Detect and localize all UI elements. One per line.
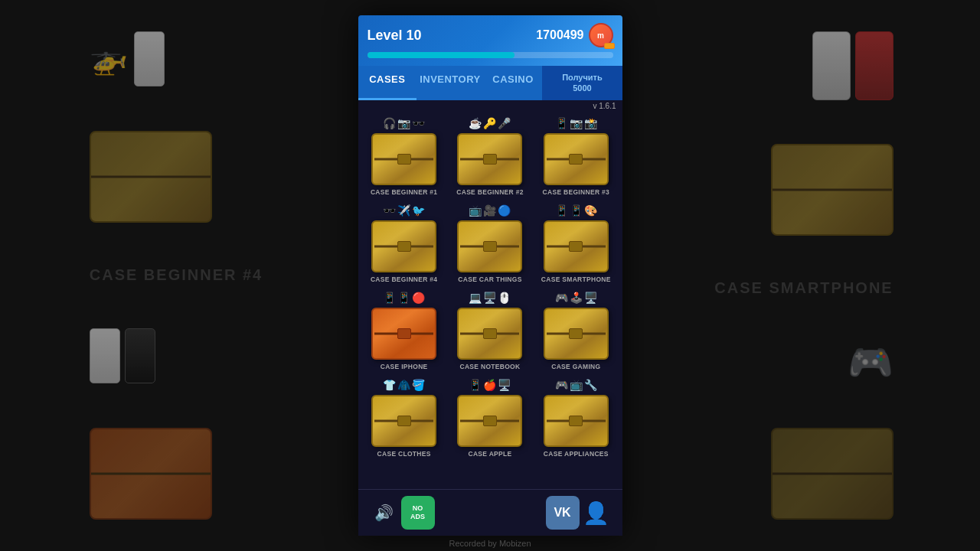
cases-row-1: 🎧 📷 🕶️ CASE BEGINNER #1 ☕ 🔑 🎤 CASE BEGIN… xyxy=(361,115,619,196)
case-beginner4-preview: 🕶️ ✈️ 🐦 xyxy=(366,202,443,219)
case-apple-preview: 📱 🍎 🖥️ xyxy=(452,377,528,393)
case-car[interactable]: 📺 🎥 🔵 CASE CAR THINGS xyxy=(452,202,528,283)
case-beginner4[interactable]: 🕶️ ✈️ 🐦 CASE BEGINNER #4 xyxy=(366,202,443,283)
case-clothes[interactable]: 👕 🧥 🪣 CASE CLOTHES xyxy=(366,377,443,458)
case-appliances-preview: 🎮 📺 🔧 xyxy=(537,377,614,393)
case-notebook-preview: 💻 🖥️ 🖱️ xyxy=(452,289,528,306)
case-appliances[interactable]: 🎮 📺 🔧 CASE APPLIANCES xyxy=(537,377,614,458)
tab-casino[interactable]: CASINO xyxy=(484,66,543,100)
tab-cases[interactable]: CASES xyxy=(358,66,417,100)
phone-bg-right-2 xyxy=(855,31,893,100)
case-beginner3[interactable]: 📱 📷 📸 CASE BEGINNER #3 xyxy=(537,115,614,196)
case-gaming[interactable]: 🎮 🕹️ 🖥️ CASE GAMING xyxy=(537,289,614,370)
drone-icon: 🚁 xyxy=(90,41,128,77)
coin-stack xyxy=(604,43,615,49)
bg-case-left-1 xyxy=(90,131,212,223)
controller-icon: 🎮 xyxy=(848,341,893,384)
case-smartphone-box xyxy=(544,220,609,272)
case-clothes-box xyxy=(371,395,436,447)
case-apple[interactable]: 📱 🍎 🖥️ CASE APPLE xyxy=(452,377,528,458)
bg-label-left: CASE BEGINNER #4 xyxy=(90,266,263,284)
xp-progress-bar xyxy=(368,52,613,58)
case-beginner3-label: CASE BEGINNER #3 xyxy=(543,188,609,196)
cases-grid: 🎧 📷 🕶️ CASE BEGINNER #1 ☕ 🔑 🎤 CASE BEGIN… xyxy=(358,112,622,489)
recorded-text: Recorded by Mobizen xyxy=(449,539,531,548)
phone-bg-2 xyxy=(90,328,120,383)
tab-bar: CASES INVENTORY CASINO Получить5000 xyxy=(358,66,622,100)
case-beginner1-label: CASE BEGINNER #1 xyxy=(371,188,437,196)
case-beginner2-preview: ☕ 🔑 🎤 xyxy=(452,115,528,132)
case-notebook[interactable]: 💻 🖥️ 🖱️ CASE NOTEBOOK xyxy=(452,289,528,370)
case-beginner4-label: CASE BEGINNER #4 xyxy=(371,276,437,283)
case-gaming-label: CASE GAMING xyxy=(551,363,600,370)
case-notebook-box xyxy=(457,308,522,360)
coins-area: 1700499 m xyxy=(536,23,612,47)
case-appliances-label: CASE APPLIANCES xyxy=(544,450,609,458)
case-car-preview: 📺 🎥 🔵 xyxy=(452,202,528,219)
case-notebook-label: CASE NOTEBOOK xyxy=(459,363,520,370)
case-smartphone[interactable]: 📱 📱 🎨 CASE SMARTPHONE xyxy=(537,202,614,283)
background-right: CASE SMARTPHONE 🎮 xyxy=(628,0,980,551)
bg-case-right-2 xyxy=(771,428,893,520)
case-car-label: CASE CAR THINGS xyxy=(458,276,521,283)
cases-row-2: 🕶️ ✈️ 🐦 CASE BEGINNER #4 📺 🎥 🔵 CASE CAR … xyxy=(361,202,619,283)
bg-label-right: CASE SMARTPHONE xyxy=(714,279,893,297)
cases-row-3: 📱 📱 🔴 CASE IPHONE 💻 🖥️ 🖱️ CASE NOTEBOOK xyxy=(361,289,619,370)
case-smartphone-label: CASE SMARTPHONE xyxy=(541,276,611,283)
case-apple-box xyxy=(457,395,522,447)
case-beginner1-box xyxy=(371,133,436,185)
vk-label: VK xyxy=(554,506,570,520)
case-iphone-label: CASE IPHONE xyxy=(381,363,428,370)
profile-button[interactable]: 👤 xyxy=(580,496,613,530)
cases-row-4: 👕 🧥 🪣 CASE CLOTHES 📱 🍎 🖥️ CASE APPLE xyxy=(361,377,619,458)
case-gaming-box xyxy=(544,308,609,360)
sound-icon: 🔊 xyxy=(374,504,394,522)
case-clothes-label: CASE CLOTHES xyxy=(377,450,431,458)
case-smartphone-preview: 📱 📱 🎨 xyxy=(537,202,614,219)
no-ads-label: NOADS xyxy=(410,504,425,521)
no-ads-button[interactable]: NOADS xyxy=(401,496,435,530)
app-container: Level 10 1700499 m CASES INVENTORY CASIN… xyxy=(358,15,622,536)
bottom-bar: 🔊 NOADS VK 👤 xyxy=(358,489,622,536)
case-beginner1-preview: 🎧 📷 🕶️ xyxy=(366,115,443,132)
case-iphone[interactable]: 📱 📱 🔴 CASE IPHONE xyxy=(366,289,443,370)
case-beginner3-preview: 📱 📷 📸 xyxy=(537,115,614,132)
case-appliances-box xyxy=(544,395,609,447)
level-display: Level 10 xyxy=(368,28,422,44)
case-apple-label: CASE APPLE xyxy=(468,450,511,458)
case-beginner3-box xyxy=(544,133,609,185)
case-beginner2[interactable]: ☕ 🔑 🎤 CASE BEGINNER #2 xyxy=(452,115,528,196)
profile-icon: 👤 xyxy=(583,500,609,526)
tab-inventory[interactable]: INVENTORY xyxy=(416,66,484,100)
tab-bonus[interactable]: Получить5000 xyxy=(542,66,622,100)
case-car-box xyxy=(457,220,522,272)
case-clothes-preview: 👕 🧥 🪣 xyxy=(366,377,443,393)
coin-icon: m xyxy=(589,23,613,47)
sound-button[interactable]: 🔊 xyxy=(368,496,401,530)
bg-case-right-1 xyxy=(771,144,893,236)
case-beginner4-box xyxy=(371,220,436,272)
phone-bg-3 xyxy=(125,328,155,383)
header: Level 10 1700499 m xyxy=(358,15,622,66)
coins-value: 1700499 xyxy=(536,28,583,42)
case-iphone-box xyxy=(371,308,436,360)
case-beginner1[interactable]: 🎧 📷 🕶️ CASE BEGINNER #1 xyxy=(366,115,443,196)
version-text: v 1.6.1 xyxy=(358,100,622,112)
case-beginner2-label: CASE BEGINNER #2 xyxy=(456,188,523,196)
background-left: 🚁 CASE BEGINNER #4 xyxy=(0,0,352,551)
bg-case-left-2 xyxy=(90,428,212,520)
xp-progress-fill xyxy=(368,52,515,58)
vk-button[interactable]: VK xyxy=(546,496,580,530)
case-iphone-preview: 📱 📱 🔴 xyxy=(366,289,443,306)
case-gaming-preview: 🎮 🕹️ 🖥️ xyxy=(537,289,614,306)
phone-bg-right-1 xyxy=(812,31,851,100)
case-beginner2-box xyxy=(457,133,522,185)
phone-bg-1 xyxy=(134,31,165,86)
